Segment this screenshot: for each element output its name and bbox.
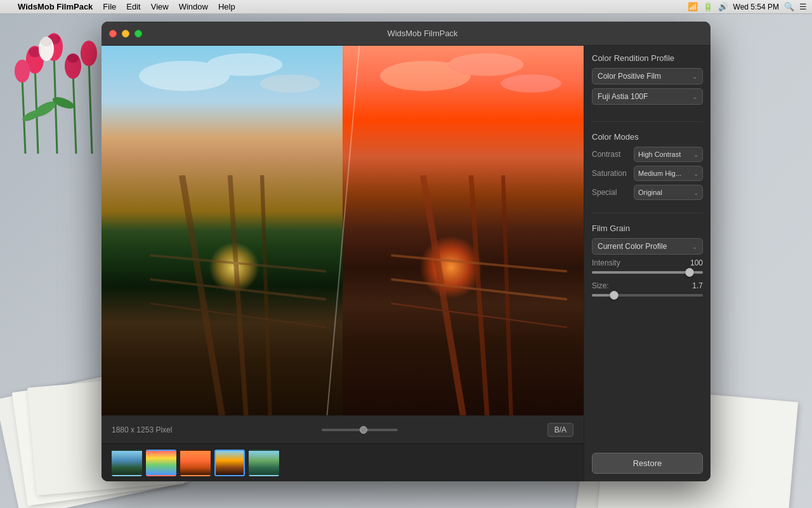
svg-point-13 [67, 54, 79, 63]
film-brand-select[interactable]: Fuji Astia 100F ⌄ [592, 88, 703, 105]
color-modes-title: Color Modes [592, 132, 703, 142]
titlebar: WidsMob FilmPack [102, 22, 710, 46]
separator-2 [592, 213, 703, 213]
intensity-value: 100 [690, 258, 703, 267]
image-panel: 1880 x 1253 Pixel B/A [102, 46, 584, 481]
saturation-value: Medium Hig... [638, 170, 681, 177]
film-type-value: Color Positive Film [598, 72, 661, 81]
split-slider-thumb[interactable] [360, 426, 367, 434]
film-type-arrow: ⌄ [692, 73, 697, 80]
battery-icon[interactable]: 🔋 [703, 2, 713, 11]
color-modes-section: Color Modes Contrast High Contrast ⌄ Sat… [592, 132, 703, 200]
separator-1 [592, 121, 703, 122]
color-modes-grid: Contrast High Contrast ⌄ Saturation Medi… [592, 147, 703, 200]
svg-point-20 [260, 74, 320, 93]
app-content: 1880 x 1253 Pixel B/A [102, 46, 710, 481]
contrast-row: Contrast High Contrast ⌄ [592, 147, 703, 162]
intensity-row: Intensity 100 [592, 258, 703, 267]
saturation-arrow: ⌄ [693, 170, 698, 177]
clock-display: Wed 5:54 PM [733, 3, 779, 11]
maximize-button[interactable] [134, 30, 142, 37]
after-image [343, 46, 584, 415]
contrast-label: Contrast [592, 150, 630, 159]
restore-button[interactable]: Restore [592, 453, 703, 474]
thumbnail-2[interactable] [146, 450, 176, 476]
film-grain-section: Film Grain Current Color Profile ⌄ Inten… [592, 224, 703, 304]
film-brand-value: Fuji Astia 100F [598, 92, 648, 101]
svg-point-17 [41, 37, 52, 46]
special-value: Original [638, 189, 662, 196]
before-image [102, 46, 343, 415]
special-select[interactable]: Original ⌄ [634, 185, 703, 200]
app-menu-name[interactable]: WidsMob FilmPack [18, 2, 93, 11]
film-grain-title: Film Grain [592, 224, 703, 233]
size-value: 1.7 [692, 281, 703, 290]
film-brand-arrow: ⌄ [692, 93, 697, 100]
split-position-slider-container[interactable] [172, 429, 547, 431]
minimize-button[interactable] [122, 30, 129, 37]
color-rendition-title: Color Rendition Profile [592, 53, 703, 63]
special-label: Special [592, 188, 630, 197]
menu-view[interactable]: View [151, 2, 169, 11]
svg-point-28 [448, 53, 523, 76]
image-size-label: 1880 x 1253 Pixel [112, 425, 172, 434]
split-image-view[interactable] [102, 46, 584, 415]
contrast-select[interactable]: High Contrast ⌄ [634, 147, 703, 162]
image-bottom-bar: 1880 x 1253 Pixel B/A [102, 415, 584, 443]
ba-toggle-button[interactable]: B/A [547, 423, 573, 437]
svg-line-30 [423, 175, 463, 415]
size-row: Size: 1.7 [592, 281, 703, 290]
size-slider-knob[interactable] [610, 291, 619, 300]
saturation-label: Saturation [592, 169, 630, 178]
intensity-label: Intensity [592, 258, 620, 267]
svg-point-19 [207, 53, 282, 76]
svg-line-22 [230, 175, 246, 415]
thumbnail-strip [102, 443, 584, 481]
search-icon[interactable]: 🔍 [784, 2, 794, 11]
controls-panel: Color Rendition Profile Color Positive F… [584, 46, 710, 481]
grain-profile-arrow: ⌄ [692, 243, 697, 250]
size-label: Size: [592, 281, 609, 290]
thumbnail-1[interactable] [112, 450, 142, 476]
special-row: Special Original ⌄ [592, 185, 703, 200]
svg-line-2 [73, 71, 76, 154]
menu-help[interactable]: Help [218, 2, 235, 11]
svg-line-31 [471, 175, 487, 415]
window-title: WidsMob FilmPack [142, 29, 703, 38]
volume-icon[interactable]: 🔊 [718, 2, 728, 11]
split-position-slider[interactable] [322, 429, 398, 431]
thumbnail-5[interactable] [249, 450, 279, 476]
contrast-value: High Contrast [638, 150, 681, 158]
control-center-icon[interactable]: ☰ [799, 2, 807, 11]
saturation-row: Saturation Medium Hig... ⌄ [592, 166, 703, 181]
svg-line-21 [182, 175, 222, 415]
flowers-decoration [0, 14, 114, 154]
contrast-arrow: ⌄ [693, 151, 698, 158]
menubar: WidsMob FilmPack File Edit View Window H… [0, 0, 812, 14]
size-slider-track[interactable] [592, 294, 703, 297]
svg-line-32 [503, 175, 511, 415]
intensity-slider-track[interactable] [592, 271, 703, 274]
svg-point-14 [15, 60, 30, 83]
special-arrow: ⌄ [693, 189, 698, 196]
traffic-lights [109, 30, 142, 37]
svg-line-23 [262, 175, 270, 415]
close-button[interactable] [109, 30, 117, 37]
intensity-slider-knob[interactable] [685, 268, 694, 277]
thumbnail-4-active[interactable] [214, 450, 245, 476]
thumbnail-3[interactable] [180, 450, 211, 476]
grain-profile-select[interactable]: Current Color Profile ⌄ [592, 238, 703, 255]
svg-point-29 [501, 74, 561, 93]
app-window: WidsMob FilmPack [102, 22, 710, 481]
wifi-icon[interactable]: 📶 [688, 2, 698, 11]
desktop: WidsMob FilmPack [0, 14, 812, 508]
menu-file[interactable]: File [103, 2, 116, 11]
color-rendition-section: Color Rendition Profile Color Positive F… [592, 53, 703, 109]
film-type-select[interactable]: Color Positive Film ⌄ [592, 68, 703, 84]
menu-edit[interactable]: Edit [126, 2, 140, 11]
svg-line-4 [89, 58, 92, 154]
svg-point-15 [81, 41, 97, 66]
menu-window[interactable]: Window [179, 2, 208, 11]
saturation-select[interactable]: Medium Hig... ⌄ [634, 166, 703, 181]
grain-profile-value: Current Color Profile [598, 242, 667, 251]
